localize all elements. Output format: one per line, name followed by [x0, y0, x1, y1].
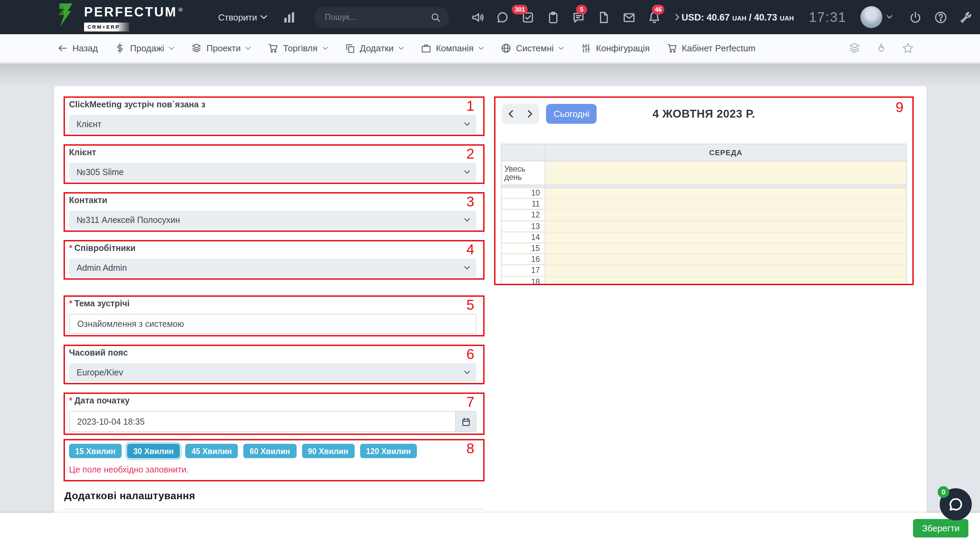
logo-icon	[55, 3, 78, 27]
support-chat-button[interactable]: 0	[940, 488, 972, 520]
chevron-down-icon	[169, 46, 174, 50]
tasks-icon[interactable]: 301	[522, 11, 535, 24]
hour-slot[interactable]	[546, 254, 906, 265]
copy-icon	[345, 43, 355, 53]
nav-projects[interactable]: Проекти	[191, 43, 251, 53]
duration-button[interactable]: 30 Хвилин	[127, 444, 180, 458]
hour-row: 11	[502, 199, 906, 210]
duration-button[interactable]: 90 Хвилин	[302, 444, 354, 458]
annotation-2: 2	[466, 147, 474, 161]
content-top-shadow	[0, 64, 980, 87]
chevron-down-icon	[322, 46, 328, 50]
calendar-divider	[502, 185, 906, 188]
hour-slot[interactable]	[546, 221, 906, 231]
start-date-input[interactable]	[70, 412, 455, 432]
duration-button[interactable]: 15 Хвилин	[69, 444, 122, 458]
hour-slot[interactable]	[546, 277, 906, 285]
logo[interactable]: PERFECTUM® CRM+ERP	[55, 3, 183, 32]
notifications-icon[interactable]: 46	[648, 11, 661, 24]
employees-select[interactable]: Admin Admin	[69, 258, 476, 277]
nav-apps[interactable]: Додатки	[345, 43, 404, 53]
search-input[interactable]	[325, 12, 431, 22]
fire-icon[interactable]	[875, 42, 887, 54]
field-group-employees: 4 *Співробітники Admin Admin	[64, 240, 485, 280]
validation-error: Це поле необхідно заповнити.	[69, 465, 476, 475]
nav-configuration[interactable]: Конфігурація	[581, 43, 649, 53]
nav-trade[interactable]: Торгівля	[268, 43, 328, 53]
star-icon[interactable]	[902, 42, 914, 54]
save-button[interactable]: Зберегти	[913, 519, 968, 537]
today-button[interactable]: Сьогодні	[546, 104, 597, 124]
hour-slot[interactable]	[546, 233, 906, 243]
hour-row: 13	[502, 221, 906, 232]
nav-cabinet-perfectum[interactable]: Кабінет Perfectum	[667, 43, 756, 53]
nav-system[interactable]: Системні	[501, 43, 564, 53]
chevron-down-icon	[464, 266, 470, 270]
hour-slot[interactable]	[546, 266, 906, 276]
layers-icon	[191, 43, 202, 53]
field-group-duration: 8 15 Хвилин 30 Хвилин 45 Хвилин 60 Хвили…	[64, 439, 485, 481]
chevron-right-icon	[673, 13, 681, 21]
search-icon[interactable]	[431, 12, 441, 22]
help-icon[interactable]	[934, 11, 947, 24]
nav-back[interactable]: Назад	[57, 43, 98, 53]
chevron-down-icon	[464, 122, 470, 126]
start-date-field	[69, 411, 476, 432]
hour-slot[interactable]	[546, 244, 906, 254]
client-select[interactable]: №305 Slime	[69, 163, 476, 181]
calendar-next-button[interactable]	[520, 104, 539, 124]
date-picker-button[interactable]	[455, 412, 476, 432]
brand-name: PERFECTUM	[84, 5, 177, 19]
expand-icons-arrow[interactable]	[673, 13, 681, 21]
calendar-toolbar: Сьогодні 4 ЖОВТНЯ 2023 Р.	[501, 104, 907, 124]
topic-label: *Тема зустрічі	[69, 299, 476, 308]
settings-wrench-icon[interactable]	[959, 11, 972, 24]
documents-icon[interactable]	[597, 11, 610, 24]
search-bar[interactable]	[314, 6, 449, 28]
duration-button[interactable]: 120 Хвилин	[360, 444, 417, 458]
duration-button[interactable]: 45 Хвилин	[186, 444, 238, 458]
related-select[interactable]: Клієнт	[69, 115, 476, 133]
hour-slot[interactable]	[546, 188, 906, 198]
duration-button[interactable]: 60 Хвилин	[243, 444, 296, 458]
chevron-down-icon	[464, 218, 470, 222]
chat-icon[interactable]	[496, 11, 509, 24]
registered-mark: ®	[178, 7, 183, 13]
mail-icon[interactable]	[622, 11, 636, 24]
calendar-day-view: СЕРЕДА Увесь день 10 11 12 13 14	[501, 143, 907, 285]
arrow-left-icon	[57, 43, 68, 53]
allday-slot[interactable]	[546, 161, 906, 185]
hour-slot[interactable]	[546, 199, 906, 209]
annotation-6: 6	[466, 347, 474, 362]
nav-company[interactable]: Компанія	[421, 43, 484, 53]
client-label: Клієнт	[69, 148, 476, 157]
clipboard-icon[interactable]	[547, 11, 560, 24]
contacts-select[interactable]: №311 Алексей Полосухин	[69, 210, 476, 229]
hour-slot[interactable]	[546, 210, 906, 220]
topic-input[interactable]	[69, 314, 476, 334]
section-divider	[64, 509, 485, 510]
stack-icon[interactable]	[849, 42, 861, 54]
chevron-down-icon	[464, 370, 470, 374]
hour-row: 17	[502, 266, 906, 277]
chevron-down-icon	[558, 46, 564, 50]
create-menu[interactable]: Створити	[218, 12, 267, 22]
dashboard-icon[interactable]	[283, 11, 295, 23]
hour-row: 15	[502, 244, 906, 254]
extra-settings-title: Додаткові налаштування	[64, 489, 485, 501]
hour-row: 16	[502, 254, 906, 265]
calendar-prev-button[interactable]	[502, 104, 520, 124]
chat-badge: 0	[938, 486, 949, 498]
footer-bar: Зберегти	[0, 513, 980, 545]
timezone-select[interactable]: Europe/Kiev	[69, 363, 476, 382]
announcements-icon[interactable]	[471, 11, 484, 24]
avatar[interactable]	[860, 6, 882, 28]
calendar-annotated-region: 9 Сьогодні 4 ЖОВТНЯ 2023 Р.	[494, 96, 914, 285]
messages-icon[interactable]: 5	[572, 11, 585, 24]
notifications-badge: 46	[652, 5, 664, 14]
logout-icon[interactable]	[908, 11, 921, 24]
nav-sales[interactable]: Продажі	[115, 43, 175, 53]
allday-row: Увесь день	[502, 161, 906, 185]
user-menu[interactable]	[860, 6, 892, 28]
main-navbar: Назад Продажі Проекти Торгівля Додатки К…	[0, 34, 980, 63]
